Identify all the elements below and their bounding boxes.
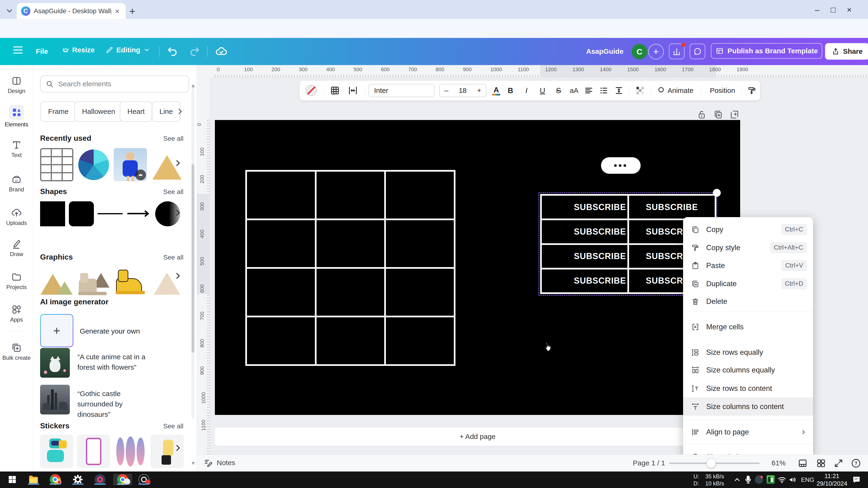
microphone-tray-icon[interactable] — [743, 475, 753, 484]
table-cell[interactable] — [247, 317, 315, 364]
shape-line[interactable] — [98, 213, 123, 214]
see-all-stickers[interactable]: See all — [163, 422, 184, 430]
text-case-button[interactable]: aA — [567, 80, 581, 100]
browser-tab[interactable]: C AsapGuide - Desktop Wallpape × — [17, 3, 126, 19]
thumbnail-pie-chart[interactable] — [77, 148, 110, 181]
font-size-value[interactable]: 18 — [459, 87, 467, 95]
transparency-button[interactable] — [633, 80, 647, 100]
window-maximize-icon[interactable]: □ — [831, 5, 836, 14]
copy-style-button[interactable] — [746, 80, 758, 100]
sticker-phone[interactable] — [77, 435, 110, 468]
search-box[interactable] — [40, 75, 189, 92]
graphic-pyramids[interactable] — [40, 264, 73, 298]
add-page-bar[interactable]: + Add page — [215, 428, 740, 446]
scroll-up-icon[interactable]: ▲ — [191, 83, 196, 89]
recently-used-scroll-right-icon[interactable] — [174, 159, 182, 167]
context-menu-item-duplicate[interactable]: DuplicateCtrl+D — [683, 275, 813, 293]
context-menu-item-size-columns-equally[interactable]: Size columns equally — [683, 361, 813, 379]
generate-your-own-tile[interactable]: + — [40, 314, 73, 347]
table-cell[interactable] — [316, 172, 384, 219]
publish-brand-template-button[interactable]: Publish as Brand Template — [711, 43, 822, 59]
graphic-pyramid-light[interactable] — [151, 264, 184, 298]
ai-prompt-thumb-cat[interactable] — [40, 348, 70, 378]
tab-close-icon[interactable]: × — [115, 7, 120, 15]
notes-button[interactable]: Notes — [204, 458, 235, 467]
ai-prompt-thumb-castle[interactable] — [40, 385, 70, 415]
scroll-down-icon[interactable]: ▼ — [191, 460, 196, 466]
table-element-left[interactable] — [245, 170, 456, 366]
shape-rounded-square[interactable] — [69, 201, 94, 226]
avatar[interactable]: C — [632, 44, 647, 59]
see-all-recently-used[interactable]: See all — [163, 135, 184, 142]
context-menu-item-size-rows-equally[interactable]: Size rows equally — [683, 343, 813, 361]
undo-icon[interactable] — [166, 45, 178, 57]
ai-prompt-castle[interactable]: “Gothic castle surrounded by dinosaurs” — [78, 389, 155, 420]
sidebar-item-elements[interactable]: Elements — [0, 105, 33, 128]
see-all-shapes[interactable]: See all — [163, 188, 184, 196]
sidebar-item-design[interactable]: Design — [0, 75, 33, 94]
chrome-active-icon[interactable] — [113, 474, 132, 485]
table-style-button[interactable] — [328, 80, 342, 100]
help-icon[interactable]: ? — [851, 458, 861, 468]
context-menu-item-delete[interactable]: Delete — [683, 292, 813, 311]
redo-icon[interactable] — [189, 45, 200, 57]
obs-icon[interactable] — [138, 474, 150, 485]
table-cell[interactable] — [316, 269, 384, 316]
zoom-slider-thumb[interactable] — [706, 459, 716, 468]
more-options-pill[interactable]: ••• — [601, 157, 641, 174]
doc-name[interactable]: AsapGuide — [586, 47, 623, 55]
table-cell[interactable] — [316, 220, 384, 267]
shapes-scroll-right-icon[interactable] — [174, 208, 182, 217]
table-cell[interactable] — [386, 317, 454, 364]
sidebar-item-projects[interactable]: Projects — [0, 271, 33, 290]
see-all-graphics[interactable]: See all — [163, 254, 184, 261]
settings-icon[interactable] — [72, 474, 84, 485]
selection-handle-top-right[interactable] — [713, 189, 721, 197]
tray-expand-icon[interactable] — [733, 476, 741, 484]
animate-button[interactable]: Animate — [655, 80, 695, 100]
fullscreen-icon[interactable] — [833, 458, 844, 468]
chip-halloween[interactable]: Halloween — [74, 101, 123, 122]
shape-arrow[interactable] — [126, 208, 151, 219]
border-color-button[interactable] — [304, 80, 319, 100]
window-minimize-icon[interactable]: – — [815, 5, 819, 14]
notifications-icon[interactable] — [852, 475, 861, 484]
clock[interactable]: 11:21 29/10/2024 — [816, 472, 847, 487]
sidebar-item-brand[interactable]: co Brand — [0, 174, 33, 193]
font-size-stepper[interactable]: – 18 + — [439, 84, 486, 97]
thumbnail-table-element[interactable] — [40, 148, 73, 181]
table-cell[interactable] — [316, 317, 384, 364]
stickers-scroll-right-icon[interactable] — [174, 444, 182, 452]
tray-utility-icon[interactable] — [767, 475, 775, 484]
text-align-button[interactable] — [582, 80, 595, 100]
italic-button[interactable]: I — [520, 80, 533, 100]
ai-prompt-cat[interactable]: “A cute anime cat in a forest with flowe… — [78, 352, 155, 372]
sidebar-item-text[interactable]: Text — [0, 139, 33, 158]
list-button[interactable] — [597, 80, 611, 100]
insights-button[interactable] — [669, 44, 684, 59]
chip-heart[interactable]: Heart — [120, 101, 152, 122]
context-menu-item-align-to-page[interactable]: Align to page — [683, 423, 813, 441]
font-size-decrease[interactable]: – — [444, 87, 448, 95]
panel-scrollbar-thumb[interactable] — [191, 164, 194, 353]
table-cell[interactable] — [386, 172, 454, 219]
file-explorer-icon[interactable] — [28, 474, 39, 485]
thumbnail-photo-woman[interactable] — [114, 148, 147, 181]
comments-button[interactable] — [690, 44, 705, 59]
sidebar-item-apps[interactable]: Apps — [0, 304, 33, 323]
sticker-gradient-ovals[interactable] — [114, 435, 147, 468]
chips-scroll-right-icon[interactable] — [176, 107, 184, 116]
position-button[interactable]: Position — [707, 80, 738, 100]
strikethrough-button[interactable]: S — [552, 80, 565, 100]
sidebar-item-bulk-create[interactable]: Bulk create — [0, 342, 33, 361]
context-menu-item-paste[interactable]: PasteCtrl+V — [683, 257, 813, 275]
cloud-saved-icon[interactable] — [215, 45, 227, 58]
lock-page-icon[interactable] — [696, 109, 707, 120]
text-color-button[interactable]: A — [490, 80, 502, 100]
sidebar-item-draw[interactable]: Draw — [0, 238, 33, 257]
grid-view-icon[interactable] — [816, 458, 826, 468]
sticker-robot[interactable] — [40, 435, 73, 468]
font-family-select[interactable]: Inter — [368, 84, 434, 97]
context-menu-item-size-rows-to-content[interactable]: Size rows to content — [683, 379, 813, 397]
language-indicator[interactable]: ENG — [801, 476, 814, 483]
